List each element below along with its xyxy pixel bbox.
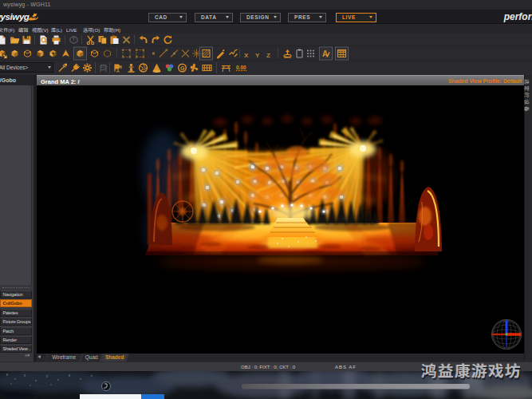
sidebar-panel-patch[interactable]: Patch xyxy=(0,327,32,335)
text-cursor-tool[interactable]: A xyxy=(321,48,331,58)
menu-help[interactable]: 帮助(H) xyxy=(104,26,120,34)
g-circle-tool[interactable]: G xyxy=(177,63,187,73)
mode-tab-design[interactable]: DESIGN xyxy=(240,13,281,22)
frame-handles-tool[interactable] xyxy=(135,48,145,58)
grid-dots-tool[interactable] xyxy=(305,48,316,58)
line-diag-tool[interactable] xyxy=(169,48,179,58)
wysiwyg-flame-icon xyxy=(26,12,39,21)
export-box-tool[interactable] xyxy=(69,34,79,45)
clipboard-small-tool[interactable] xyxy=(294,48,305,58)
view-tab-quad[interactable]: Quad xyxy=(80,354,102,361)
menu-bar: 文件(F)编辑视图(V)库(L)LIVE选项(O)帮助(H) xyxy=(0,25,532,34)
mode-tab-live[interactable]: LIVE xyxy=(336,13,376,22)
statue-tool[interactable] xyxy=(126,63,136,73)
break-snap-tool[interactable] xyxy=(228,48,238,58)
mode-tab-cad[interactable]: CAD xyxy=(148,13,187,22)
iris-tool[interactable] xyxy=(138,63,148,73)
fixture-dim-tool[interactable]: NO xyxy=(98,63,108,73)
new-file-tool[interactable] xyxy=(0,34,7,45)
cut-tool[interactable] xyxy=(85,34,96,45)
cube-arrow-tool[interactable] xyxy=(0,48,7,58)
view-tab-label: Quad xyxy=(82,354,100,361)
menu-options[interactable]: 选项(O) xyxy=(83,26,100,34)
refresh-tool[interactable] xyxy=(163,34,173,45)
mode-tab-label: PRES xyxy=(294,14,310,20)
line-end-tool[interactable] xyxy=(158,48,168,58)
sidebar-panel-palettes[interactable]: Palettes xyxy=(0,309,32,317)
video-progress-fill xyxy=(141,394,164,399)
beam-lamp-tool[interactable]: A xyxy=(112,63,123,73)
pen-snap-tool[interactable] xyxy=(215,48,226,58)
film-truss-tool[interactable] xyxy=(202,63,212,73)
toolbar-standard xyxy=(0,34,532,46)
wysiwyg-app-window: wysiwyg - WGH11 wysiwyg CADDATADESIGNPRE… xyxy=(0,0,532,371)
cube-open-tool[interactable] xyxy=(89,48,100,58)
view-tab-shaded[interactable]: Shaded xyxy=(100,354,128,361)
paste-tool[interactable] xyxy=(109,34,120,45)
sidebar-panel-fixture-groups[interactable]: Fixture Groups xyxy=(0,318,32,326)
letter-z-tool[interactable]: Z xyxy=(266,46,270,61)
fan-tool[interactable] xyxy=(189,63,199,73)
hatch-square-tool[interactable] xyxy=(201,48,211,58)
mode-tab-dropdown-icon[interactable] xyxy=(226,16,229,18)
sidebar-panel-col-gobo[interactable]: Col/Gobo xyxy=(0,299,32,307)
copy-tool[interactable] xyxy=(97,34,108,45)
sidebar-panel-render[interactable]: Render xyxy=(0,336,32,344)
rgb-circles-tool[interactable] xyxy=(164,63,175,73)
open-folder-tool[interactable] xyxy=(10,34,20,45)
save-tool[interactable] xyxy=(22,34,32,45)
toolbar-separator xyxy=(239,48,240,58)
cube-solid-tool[interactable] xyxy=(61,48,71,58)
device-combo[interactable]: All Devices> xyxy=(0,62,53,73)
truss-stand-tool[interactable] xyxy=(221,63,231,73)
viewport-header[interactable]: Grand MA 2: / Shaded View Profile: Defau… xyxy=(37,75,524,85)
sidebar-overflow-buttons[interactable]: »▾ xyxy=(24,354,30,361)
mode-tab-dropdown-icon[interactable] xyxy=(274,16,277,18)
menu-view[interactable]: 视图(V) xyxy=(32,26,49,34)
letter-x-tool[interactable]: X xyxy=(244,46,248,61)
redo-tool[interactable] xyxy=(151,34,161,45)
mode-tab-dropdown-icon[interactable] xyxy=(319,16,322,18)
docked-panel-tab[interactable]: 选定的设备 xyxy=(523,79,531,113)
print-preview-tool[interactable] xyxy=(38,34,49,45)
mode-tab-dropdown-icon[interactable] xyxy=(179,16,183,18)
mode-tab-data[interactable]: DATA xyxy=(195,13,233,22)
cross-lines-tool[interactable] xyxy=(180,48,191,58)
sidebar-panel-navigation[interactable]: Navigation xyxy=(0,290,32,298)
cube-open-tool[interactable] xyxy=(22,48,33,58)
letter-y-tool[interactable]: Y xyxy=(255,46,259,61)
cube-dim-tool[interactable] xyxy=(102,48,112,58)
cone-beam-tool[interactable] xyxy=(152,63,162,73)
sidebar-panel-buttons: NavigationCol/GoboPalettesFixture Groups… xyxy=(0,290,32,354)
table-grid-tool[interactable] xyxy=(337,48,347,58)
print-tool[interactable] xyxy=(51,34,61,45)
cube-face-tool[interactable] xyxy=(35,48,45,58)
cube-tool[interactable] xyxy=(75,48,85,58)
frame-handles-tool[interactable] xyxy=(121,48,132,58)
right-dock-strip: 选定的设备 xyxy=(524,75,532,361)
cube-tool[interactable] xyxy=(10,48,20,58)
menu-library[interactable]: 库(L) xyxy=(51,26,62,34)
sidebar-panel-shaded-view[interactable]: Shaded View ... xyxy=(0,345,32,353)
menu-file[interactable]: 文件(F) xyxy=(0,26,14,34)
view-tab-wireframe[interactable]: Wireframe xyxy=(45,354,82,361)
delete-x-tool[interactable] xyxy=(121,34,132,45)
menu-live[interactable]: LIVE xyxy=(66,26,77,34)
zoom-value[interactable]: 0.00 xyxy=(236,65,246,71)
menu-edit[interactable]: 编辑 xyxy=(18,26,28,34)
probe-line-tool[interactable] xyxy=(57,63,68,73)
svg-text:G: G xyxy=(180,65,185,71)
mode-tab-dropdown-icon[interactable] xyxy=(369,16,372,18)
cube-dot-tool[interactable] xyxy=(48,48,58,58)
viewport-canvas[interactable] xyxy=(37,85,524,354)
sidebar-grip[interactable] xyxy=(2,287,30,290)
svg-text:NO: NO xyxy=(101,65,108,69)
gear-tool[interactable] xyxy=(82,63,93,73)
video-logo-dot xyxy=(102,382,111,391)
undo-tool[interactable] xyxy=(138,34,148,45)
plug-tool[interactable] xyxy=(70,63,81,73)
mode-tab-pres[interactable]: PRES xyxy=(288,13,326,22)
title-bar: wysiwyg - WGH11 xyxy=(0,0,532,10)
anchor-lock-tool[interactable] xyxy=(282,48,293,58)
tab-scroll-left-icon[interactable] xyxy=(37,355,41,358)
